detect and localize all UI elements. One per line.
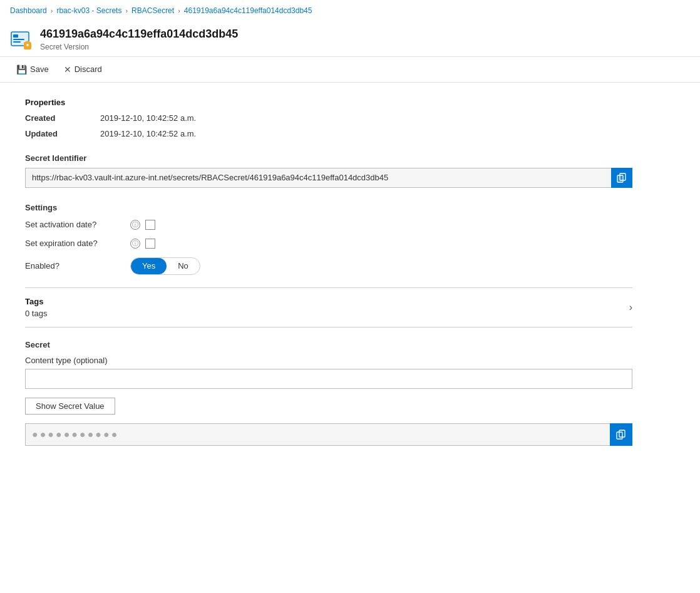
tags-section[interactable]: Tags 0 tags ›	[25, 288, 632, 327]
updated-row: Updated 2019-12-10, 10:42:52 a.m.	[25, 129, 632, 138]
svg-rect-3	[13, 41, 21, 43]
svg-rect-6	[27, 44, 29, 46]
activation-info-icon: ⓘ	[130, 220, 140, 230]
settings-label: Settings	[25, 203, 632, 212]
breadcrumb-dashboard[interactable]: Dashboard	[10, 6, 47, 15]
updated-value: 2019-12-10, 10:42:52 a.m.	[100, 129, 196, 138]
page-title-block: 461919a6a94c4c119effa014dcd3db45 Secret …	[40, 28, 238, 51]
secret-section-label: Secret	[25, 340, 632, 349]
breadcrumb-rbac-secret[interactable]: RBACSecret	[131, 6, 174, 15]
page-title: 461919a6a94c4c119effa014dcd3db45	[40, 28, 238, 41]
tags-count: 0 tags	[25, 309, 47, 318]
expiration-row: Set expiration date? ⓘ	[25, 239, 632, 249]
tags-left: Tags 0 tags	[25, 297, 47, 318]
save-button[interactable]: 💾 Save	[10, 62, 55, 77]
tags-title: Tags	[25, 297, 47, 306]
discard-label: Discard	[75, 64, 102, 74]
copy-icon	[617, 173, 627, 183]
enabled-label: Enabled?	[25, 261, 125, 271]
copy-identifier-button[interactable]	[611, 168, 632, 188]
secret-version-icon	[10, 28, 33, 51]
settings-section: Settings Set activation date? ⓘ Set expi…	[25, 203, 632, 275]
copy-secret-icon	[616, 430, 626, 440]
tags-chevron-icon: ›	[629, 302, 632, 313]
toggle-no[interactable]: No	[167, 258, 200, 274]
content-type-input[interactable]	[25, 369, 632, 389]
breadcrumb-secrets[interactable]: rbac-kv03 - Secrets	[56, 6, 121, 15]
secret-value-row	[25, 423, 632, 446]
save-label: Save	[30, 64, 49, 74]
discard-button[interactable]: ✕ Discard	[58, 62, 108, 77]
identifier-label: Secret Identifier	[25, 153, 632, 163]
activation-label: Set activation date?	[25, 220, 125, 229]
show-secret-button[interactable]: Show Secret Value	[25, 398, 115, 415]
page-subtitle: Secret Version	[40, 43, 238, 51]
svg-rect-2	[13, 39, 24, 40]
created-row: Created 2019-12-10, 10:42:52 a.m.	[25, 113, 632, 123]
breadcrumb-sep-3: ›	[178, 7, 180, 14]
properties-section: Properties Created 2019-12-10, 10:42:52 …	[25, 98, 632, 138]
enabled-row: Enabled? Yes No	[25, 257, 632, 275]
copy-secret-button[interactable]	[610, 423, 632, 446]
expiration-info-icon: ⓘ	[130, 239, 140, 249]
toolbar: 💾 Save ✕ Discard	[0, 57, 700, 83]
expiration-checkbox[interactable]	[145, 239, 155, 249]
secret-value-input[interactable]	[25, 423, 610, 446]
activation-checkbox[interactable]	[145, 220, 155, 230]
enabled-toggle[interactable]: Yes No	[130, 257, 200, 275]
breadcrumb: Dashboard › rbac-kv03 - Secrets › RBACSe…	[0, 0, 700, 20]
updated-key: Updated	[25, 129, 100, 138]
toggle-yes[interactable]: Yes	[131, 258, 167, 274]
page-header: 461919a6a94c4c119effa014dcd3db45 Secret …	[0, 20, 700, 57]
identifier-section: Secret Identifier	[25, 153, 632, 188]
svg-rect-1	[13, 34, 18, 38]
created-key: Created	[25, 113, 100, 123]
created-value: 2019-12-10, 10:42:52 a.m.	[100, 113, 196, 123]
secret-section: Secret Content type (optional) Show Secr…	[25, 340, 632, 446]
breadcrumb-sep-2: ›	[125, 7, 128, 14]
discard-icon: ✕	[64, 64, 71, 75]
activation-row: Set activation date? ⓘ	[25, 220, 632, 230]
save-icon: 💾	[16, 64, 27, 75]
breadcrumb-sep-1: ›	[51, 7, 53, 14]
identifier-input[interactable]	[25, 168, 611, 188]
expiration-label: Set expiration date?	[25, 239, 125, 248]
properties-label: Properties	[25, 98, 632, 107]
main-content: Properties Created 2019-12-10, 10:42:52 …	[0, 83, 657, 461]
breadcrumb-current: 461919a6a94c4c119effa014dcd3db45	[184, 6, 312, 15]
identifier-row	[25, 168, 632, 188]
svg-rect-9	[618, 176, 622, 182]
content-type-label: Content type (optional)	[25, 356, 632, 365]
